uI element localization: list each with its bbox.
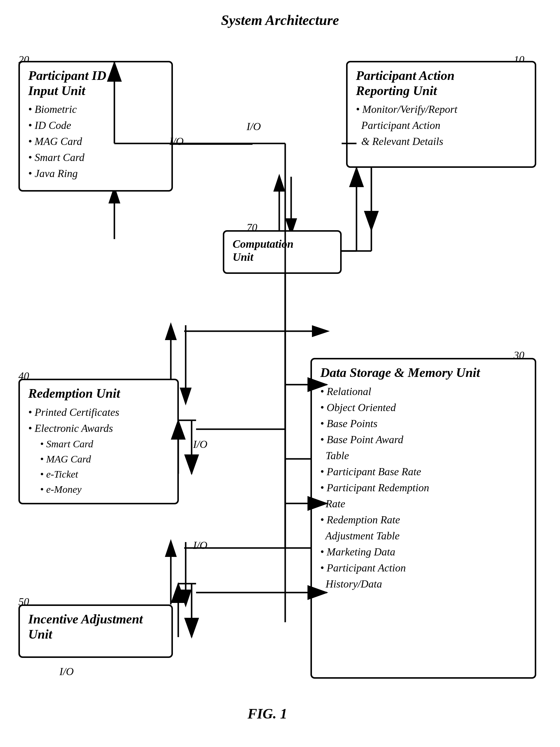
ds-item-6: Participant Redemption Rate: [320, 480, 527, 512]
participant-id-item-2: ID Code: [28, 117, 163, 133]
redemption-sub-2: MAG Card: [40, 452, 169, 467]
participant-action-title: Participant ActionReporting Unit: [356, 68, 527, 98]
participant-id-box: Participant IDInput Unit Biometric ID Co…: [19, 61, 173, 191]
data-storage-box: Data Storage & Memory Unit Relational Ob…: [310, 358, 536, 679]
fig-label: FIG. 1: [208, 705, 327, 722]
computation-title: ComputationUnit: [233, 238, 332, 263]
page-title: System Architecture: [0, 12, 560, 28]
participant-action-item-1: Monitor/Verify/Report Participant Action…: [356, 101, 527, 149]
io-label-1: I/O: [169, 135, 184, 148]
redemption-sub-1: Smart Card: [40, 436, 169, 452]
redemption-item-2: Electronic Awards: [28, 420, 169, 436]
incentive-title: Incentive AdjustmentUnit: [28, 612, 163, 642]
participant-action-box: Participant ActionReporting Unit Monitor…: [346, 61, 536, 168]
diagram-container: 20 Participant IDInput Unit Biometric ID…: [0, 28, 560, 741]
io-label-3: I/O: [193, 438, 207, 450]
participant-id-item-4: Smart Card: [28, 149, 163, 165]
ds-item-2: Object Oriented: [320, 400, 527, 415]
redemption-title: Redemption Unit: [28, 386, 169, 401]
participant-id-item-3: MAG Card: [28, 133, 163, 149]
redemption-sub-4: e-Money: [40, 482, 169, 497]
computation-box: ComputationUnit: [223, 230, 342, 274]
ds-item-8: Marketing Data: [320, 544, 527, 560]
ds-item-9: Participant Action History/Data: [320, 560, 527, 592]
io-label-2: I/O: [247, 120, 261, 133]
redemption-item-1: Printed Certificates: [28, 404, 169, 420]
participant-id-item-5: Java Ring: [28, 165, 163, 181]
ds-item-4: Base Point Award Table: [320, 432, 527, 464]
ds-item-7: Redemption Rate Adjustment Table: [320, 512, 527, 544]
data-storage-title: Data Storage & Memory Unit: [320, 365, 527, 381]
io-label-4: I/O: [193, 539, 207, 551]
redemption-box: Redemption Unit Printed Certificates Ele…: [19, 379, 179, 504]
participant-id-title: Participant IDInput Unit: [28, 68, 163, 98]
redemption-sub-3: e-Ticket: [40, 467, 169, 482]
participant-id-item-1: Biometric: [28, 101, 163, 117]
ds-item-3: Base Points: [320, 415, 527, 432]
io-label-5: I/O: [59, 665, 74, 678]
incentive-box: Incentive AdjustmentUnit: [19, 604, 173, 658]
ds-item-1: Relational: [320, 383, 527, 400]
ds-item-5: Participant Base Rate: [320, 464, 527, 480]
